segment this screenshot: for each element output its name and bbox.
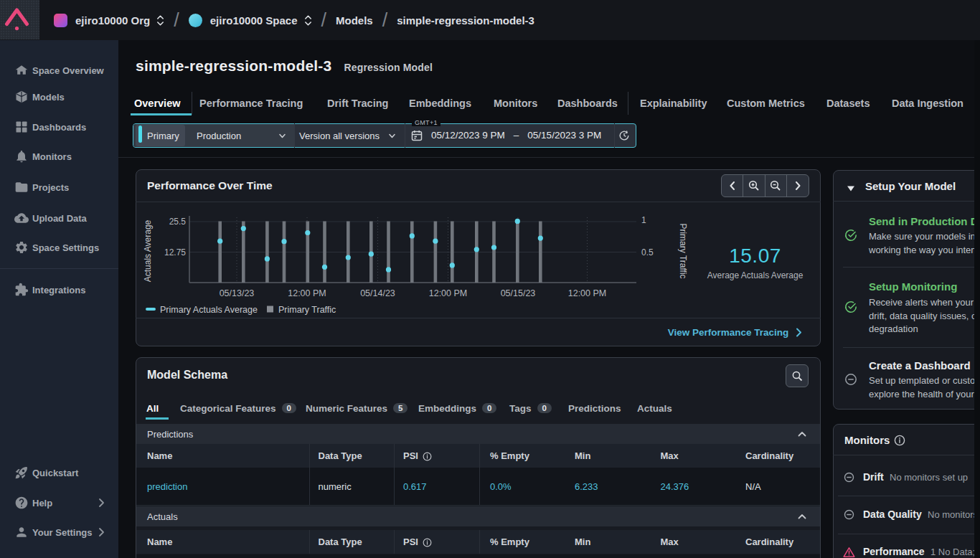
svg-text:Primary Traffic: Primary Traffic <box>678 223 688 278</box>
svg-text:05/14/23: 05/14/23 <box>360 288 395 298</box>
svg-text:12:00 PM: 12:00 PM <box>429 288 468 298</box>
svg-text:12.75: 12.75 <box>164 247 186 257</box>
svg-text:05/15/23: 05/15/23 <box>501 288 536 298</box>
svg-text:12:00 PM: 12:00 PM <box>568 288 607 298</box>
svg-text:25.5: 25.5 <box>169 217 187 227</box>
svg-text:Actuals Average: Actuals Average <box>143 219 153 282</box>
svg-text:12:00 PM: 12:00 PM <box>288 288 326 298</box>
svg-text:05/13/23: 05/13/23 <box>220 288 255 298</box>
svg-text:0.5: 0.5 <box>641 247 654 257</box>
svg-text:Primary Actuals Average: Primary Actuals Average <box>160 305 258 315</box>
svg-text:Primary Traffic: Primary Traffic <box>278 305 336 315</box>
svg-text:1: 1 <box>641 215 646 225</box>
